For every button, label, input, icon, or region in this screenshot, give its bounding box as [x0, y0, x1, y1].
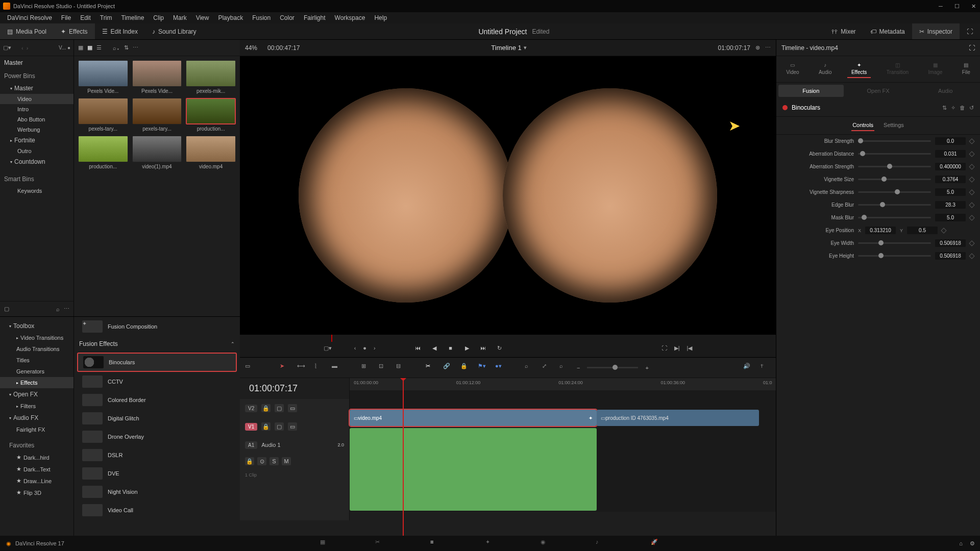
page-color[interactable]: ◉	[541, 539, 550, 548]
keyframe-button[interactable]	[941, 228, 946, 233]
fx-filters[interactable]: ▸Filters	[0, 400, 74, 412]
clip-thumb[interactable]: production...	[78, 136, 128, 169]
subtab-openfx[interactable]: Open FX	[846, 85, 911, 97]
selection-tool[interactable]: ➤	[280, 363, 290, 373]
menu-file[interactable]: File	[57, 13, 75, 22]
param-tab-controls[interactable]: Controls	[851, 120, 874, 131]
search-timeline-icon[interactable]: ⌕	[525, 363, 535, 373]
clip-thumb[interactable]: video(1).mp4	[132, 136, 182, 169]
param-slider[interactable]	[858, 242, 931, 244]
go-end-button[interactable]: ⏭	[479, 343, 488, 353]
page-cut[interactable]: ✂	[375, 539, 384, 548]
keyframe-button[interactable]	[969, 215, 974, 220]
fx-audiofx[interactable]: ▾Audio FX	[0, 412, 74, 424]
menu-davinci[interactable]: DaVinci Resolve	[3, 13, 56, 22]
lock-icon[interactable]: 🔒	[245, 457, 254, 465]
stop-button[interactable]: ■	[446, 343, 455, 353]
replace-icon[interactable]: ⊟	[396, 363, 406, 373]
mark-in-out-icon[interactable]: ▢▾	[324, 345, 332, 352]
bin-abo[interactable]: Abo Button	[0, 114, 74, 124]
edit-index-toggle[interactable]: ☰Edit Index	[95, 23, 145, 39]
sort-icon[interactable]: ⇅	[124, 44, 129, 51]
fx-cctv[interactable]: CCTV	[77, 373, 237, 390]
bin-werbung[interactable]: Werbung	[0, 124, 74, 135]
flag-icon[interactable]: ⚑▾	[478, 363, 488, 373]
next-clip-icon[interactable]: ▶|	[674, 345, 680, 352]
zoom-out-button[interactable]: −	[577, 365, 580, 371]
param-slider[interactable]	[858, 217, 931, 218]
viewer-more-icon[interactable]: ⋯	[765, 44, 771, 51]
bin-filter[interactable]: V... ●	[59, 45, 70, 51]
fx-titles[interactable]: Titles	[0, 355, 74, 366]
clip-thumb[interactable]: Pexels Vide...	[78, 60, 128, 94]
bin-master[interactable]: ▾Master	[0, 83, 74, 94]
track-v1-badge[interactable]: V1	[245, 423, 257, 431]
disable-icon[interactable]: ▭	[288, 422, 297, 431]
fav-2[interactable]: ★ Dark...Text	[0, 463, 74, 475]
solo-button[interactable]: S	[270, 457, 279, 465]
minimize-button[interactable]: ─	[937, 3, 944, 10]
menu-workspace[interactable]: Workspace	[331, 13, 370, 22]
home-icon[interactable]: ⌂	[959, 540, 963, 547]
metadata-toggle[interactable]: 🏷Metadata	[863, 23, 912, 39]
fx-binoculars[interactable]: Binoculars	[77, 353, 237, 372]
param-value[interactable]: 0.506918	[935, 252, 966, 260]
overwrite-icon[interactable]: ⊡	[379, 363, 389, 373]
insp-tab-effects[interactable]: ✦Effects	[847, 60, 871, 78]
search-icon[interactable]: ⌕	[56, 306, 60, 312]
track-a1-badge[interactable]: A1	[245, 441, 257, 449]
auto-select-icon[interactable]: ▢	[275, 422, 284, 431]
param-value[interactable]: 0.3764	[935, 176, 966, 183]
edit-point-icon[interactable]: ●	[363, 345, 366, 351]
param-slider[interactable]	[858, 255, 931, 257]
fx-trash-icon[interactable]: 🗑	[960, 105, 965, 111]
fx-openfx[interactable]: ▾Open FX	[0, 388, 74, 400]
blade-icon[interactable]: ✂	[426, 363, 436, 373]
trim-tool[interactable]: ⟷	[297, 363, 307, 373]
bin-video[interactable]: Video	[0, 94, 74, 104]
subtab-fusion[interactable]: Fusion	[778, 85, 844, 97]
zoom-in-button[interactable]: +	[645, 365, 648, 371]
insert-icon[interactable]: ⊞	[361, 363, 372, 373]
track-v1-lane[interactable]: ▭ video.mp4✦ ▭ production ID 4763035.mp4	[350, 409, 776, 427]
link-icon[interactable]: 🔗	[443, 363, 453, 373]
param-value[interactable]: 5.0	[935, 214, 966, 221]
dynamic-trim-tool[interactable]: ⦚	[314, 363, 325, 373]
sound-library-toggle[interactable]: ♪Sound Library	[145, 23, 204, 39]
param-x-value[interactable]: 0.313210	[865, 227, 896, 234]
viewer-canvas[interactable]	[278, 70, 738, 320]
maximize-button[interactable]: ☐	[953, 3, 961, 10]
param-slider[interactable]	[858, 153, 931, 155]
master-bin[interactable]: Master	[0, 56, 74, 69]
track-a1-lane[interactable]	[350, 427, 776, 512]
fx-enable-dot[interactable]	[782, 105, 788, 110]
timeline-tc[interactable]: 01:00:07:17	[240, 378, 350, 399]
page-fusion[interactable]: ✦	[485, 539, 495, 548]
fav-1[interactable]: ★ Dark...hird	[0, 452, 74, 463]
param-value[interactable]: 0.400000	[935, 163, 966, 170]
fx-dve[interactable]: DVE	[77, 465, 237, 482]
clip-video-1[interactable]: ▭ video.mp4✦	[350, 410, 597, 426]
fx-keyframe-icon[interactable]: ✧	[951, 105, 955, 111]
menu-help[interactable]: Help	[370, 13, 391, 22]
lock-icon[interactable]: 🔒	[261, 404, 271, 412]
insp-tab-video[interactable]: ▭Video	[782, 60, 803, 78]
menu-fairlight[interactable]: Fairlight	[300, 13, 330, 22]
marker-icon[interactable]: ●▾	[495, 363, 505, 373]
subtab-audio[interactable]: Audio	[913, 85, 978, 97]
page-deliver[interactable]: 🚀	[651, 539, 660, 548]
lock-icon[interactable]: 🔒	[261, 422, 271, 431]
project-settings-icon[interactable]: ⚙	[970, 540, 975, 547]
menu-timeline[interactable]: Timeline	[117, 13, 148, 22]
step-back-button[interactable]: ◀	[430, 343, 439, 353]
fx-reset-icon[interactable]: ↺	[969, 105, 974, 111]
bin-countdown[interactable]: ▾Countdown	[0, 156, 74, 167]
param-slider[interactable]	[858, 204, 931, 206]
menu-fusion[interactable]: Fusion	[248, 13, 275, 22]
param-value[interactable]: 5.0	[935, 188, 966, 196]
param-slider[interactable]	[858, 191, 931, 193]
fx-gen[interactable]: Generators	[0, 366, 74, 377]
param-slider[interactable]	[858, 140, 931, 142]
disable-icon[interactable]: ▭	[288, 404, 297, 412]
param-y-value[interactable]: 0.5	[907, 227, 938, 234]
